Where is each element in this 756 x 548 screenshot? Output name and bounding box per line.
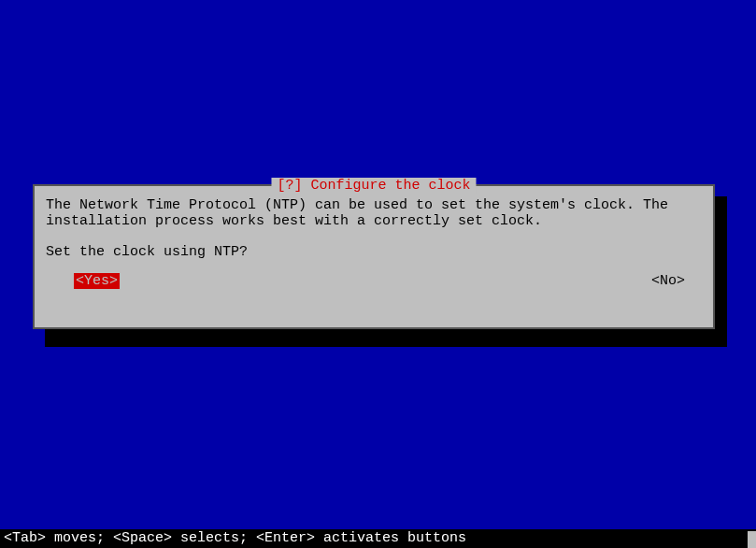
no-button[interactable]: <No> bbox=[651, 273, 685, 289]
dialog-title: [?] Configure the clock bbox=[271, 178, 476, 194]
dialog-content: The Network Time Protocol (NTP) can be u… bbox=[35, 186, 713, 298]
dialog-buttons: <Yes> <No> bbox=[46, 273, 702, 289]
cursor bbox=[748, 531, 756, 548]
dialog-body-text: The Network Time Protocol (NTP) can be u… bbox=[46, 197, 702, 229]
help-bar: <Tab> moves; <Space> selects; <Enter> ac… bbox=[0, 529, 756, 548]
dialog-question: Set the clock using NTP? bbox=[46, 244, 702, 260]
yes-button[interactable]: <Yes> bbox=[74, 273, 120, 289]
configure-clock-dialog: [?] Configure the clock The Network Time… bbox=[33, 184, 715, 329]
